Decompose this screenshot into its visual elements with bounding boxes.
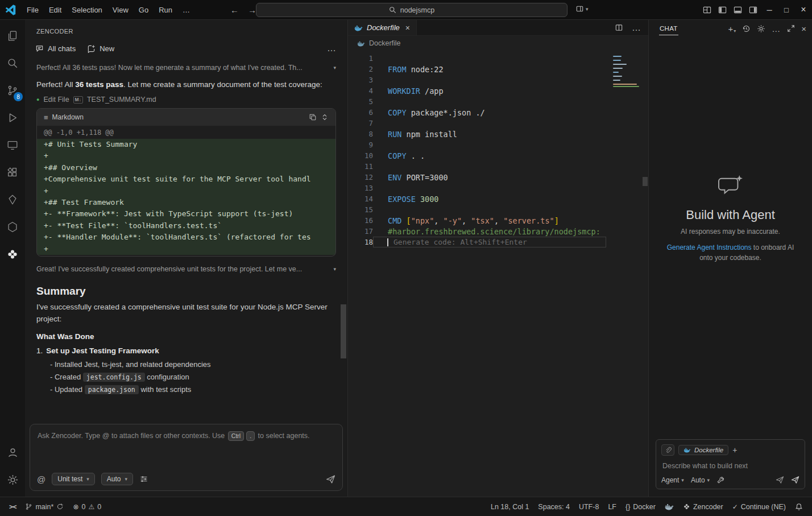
toggle-sidebar-icon[interactable] <box>715 0 730 19</box>
settings-gear-icon[interactable] <box>757 24 765 33</box>
toggle-panel-icon[interactable] <box>730 0 745 19</box>
attach-context-button[interactable] <box>661 444 674 456</box>
model-select[interactable]: Auto ▾ <box>101 473 133 485</box>
editor-more-icon[interactable]: … <box>632 23 641 33</box>
editor-scrollbar[interactable] <box>643 177 648 186</box>
all-chats-button[interactable]: All chats <box>35 44 76 53</box>
sidebar-scrollbar[interactable] <box>341 304 346 358</box>
current-code-line[interactable]: 18 Generate code: Alt+Shift+Enter <box>348 237 648 247</box>
code-line[interactable]: 10COPY . . <box>348 150 648 161</box>
send-icon[interactable] <box>791 476 799 484</box>
split-editor-icon[interactable] <box>615 23 623 32</box>
menu-go[interactable]: Go <box>134 4 154 16</box>
tools-icon[interactable] <box>716 476 724 484</box>
collapse-icon[interactable] <box>321 113 329 121</box>
branch-status[interactable]: main* <box>20 497 68 516</box>
code-line[interactable]: 12ENV PORT=3000 <box>348 172 648 183</box>
search-sidebar-icon[interactable] <box>0 49 25 77</box>
send-icon[interactable] <box>326 474 335 484</box>
close-panel-icon[interactable]: × <box>801 24 806 34</box>
expand-icon[interactable] <box>787 24 795 32</box>
new-chat-button[interactable]: New <box>87 44 114 53</box>
code-line[interactable]: 5 <box>348 96 648 107</box>
mention-button[interactable]: @ <box>37 474 45 484</box>
context-chip-dockerfile[interactable]: Dockerfile <box>678 445 728 455</box>
close-window-icon[interactable]: × <box>795 0 812 19</box>
hexagon-extension-icon[interactable] <box>0 213 25 241</box>
chevron-down-icon[interactable]: ▾ <box>333 266 336 272</box>
notifications-status[interactable] <box>790 497 807 516</box>
settings-gear-icon[interactable] <box>0 466 25 493</box>
eol-status[interactable]: LF <box>603 497 621 516</box>
minimize-icon[interactable]: ─ <box>761 0 778 19</box>
edit-file-row[interactable]: ● Edit File M↓ TEST_SUMMARY.md <box>36 96 336 104</box>
menu-edit[interactable]: Edit <box>44 4 67 16</box>
customize-layout-icon[interactable] <box>699 0 715 19</box>
menu-file[interactable]: File <box>22 4 44 16</box>
menu-more-icon[interactable]: … <box>177 4 195 16</box>
code-line[interactable]: 13 <box>348 183 648 193</box>
model-select[interactable]: Auto ▾ <box>691 476 710 484</box>
code-editor[interactable]: 1 2FROM node:22 3 4WORKDIR /app 5 6COPY … <box>348 51 648 497</box>
run-debug-icon[interactable] <box>0 104 25 131</box>
add-context-icon[interactable]: + <box>732 445 737 455</box>
zencoder-status[interactable]: Zencoder <box>678 497 728 516</box>
code-line[interactable]: 16CMD ["npx", "-y", "tsx", "server.ts"] <box>348 215 648 226</box>
code-line[interactable]: 1 <box>348 53 648 64</box>
cursor-position-status[interactable]: Ln 18, Col 1 <box>486 497 533 516</box>
close-tab-icon[interactable]: × <box>405 23 410 32</box>
continue-status[interactable]: ✓ Continue (NE) <box>728 497 790 516</box>
chat-more-icon[interactable]: … <box>772 24 781 34</box>
source-control-icon[interactable]: 8 <box>0 77 25 104</box>
toggle-secondary-sidebar-icon[interactable] <box>745 0 761 19</box>
tab-dockerfile[interactable]: Dockerfile × <box>348 20 417 35</box>
sidebar-more-icon[interactable]: … <box>327 43 337 53</box>
copy-icon[interactable] <box>309 113 317 121</box>
code-line[interactable]: 4WORKDIR /app <box>348 85 648 96</box>
code-line[interactable]: 11 <box>348 161 648 172</box>
code-line[interactable]: 17#harbor.freshbrewed.science/library/no… <box>348 226 648 237</box>
minimap[interactable] <box>612 54 641 90</box>
menu-view[interactable]: View <box>107 4 134 16</box>
maximize-icon[interactable]: □ <box>778 0 795 19</box>
titlebar-dropdown-icon[interactable]: ▾ <box>575 5 589 13</box>
command-center-search[interactable]: nodejsmcp <box>256 3 567 17</box>
tab-chat[interactable]: CHAT <box>659 22 678 35</box>
nav-back-icon[interactable]: ← <box>230 5 239 15</box>
explorer-icon[interactable] <box>0 22 25 49</box>
zencoder-icon[interactable] <box>0 241 25 268</box>
chat-input-box[interactable]: Dockerfile + Describe what to build next… <box>656 439 805 489</box>
indentation-status[interactable]: Spaces: 4 <box>533 497 574 516</box>
code-line[interactable]: 7 <box>348 118 648 129</box>
remote-indicator[interactable]: >< <box>5 497 20 516</box>
code-line[interactable]: 6COPY package*.json ./ <box>348 107 648 118</box>
account-icon[interactable] <box>0 439 25 466</box>
chevron-down-icon[interactable]: ▾ <box>333 65 336 71</box>
collapsed-message[interactable]: Perfect! All 36 tests pass! Now let me g… <box>36 61 336 75</box>
menu-selection[interactable]: Selection <box>67 4 107 16</box>
code-line[interactable]: 3 <box>348 75 648 85</box>
menu-run[interactable]: Run <box>154 4 177 16</box>
generate-instructions-link[interactable]: Generate Agent Instructions <box>667 243 752 251</box>
kite-extension-icon[interactable] <box>0 186 25 213</box>
language-mode-status[interactable]: {} Docker <box>621 497 660 516</box>
docker-status[interactable] <box>660 497 678 516</box>
extensions-icon[interactable] <box>0 159 25 186</box>
mode-select[interactable]: Agent ▾ <box>661 476 684 484</box>
remote-explorer-icon[interactable] <box>0 131 25 159</box>
code-line[interactable]: 9 <box>348 139 648 150</box>
code-line[interactable]: 15 <box>348 204 648 215</box>
new-chat-dropdown-icon[interactable]: + ▾ <box>728 24 736 34</box>
code-line[interactable]: 2FROM node:22 <box>348 64 648 75</box>
history-icon[interactable] <box>742 24 751 33</box>
code-line[interactable]: 8RUN npm install <box>348 129 648 139</box>
nav-forward-icon[interactable]: → <box>248 5 256 15</box>
collapsed-message[interactable]: Great! I've successfully created compreh… <box>36 262 336 276</box>
encoding-status[interactable]: UTF-8 <box>574 497 603 516</box>
problems-status[interactable]: ⊗ 0 ⚠ 0 <box>68 497 106 516</box>
zencoder-chat-input[interactable]: Ask Zencoder. Type @ to attach files or … <box>30 424 343 491</box>
send-outline-icon[interactable] <box>776 476 784 484</box>
settings-sliders-icon[interactable] <box>139 474 148 484</box>
agent-select[interactable]: Unit test ▾ <box>52 473 95 485</box>
code-line[interactable]: 14EXPOSE 3000 <box>348 193 648 204</box>
